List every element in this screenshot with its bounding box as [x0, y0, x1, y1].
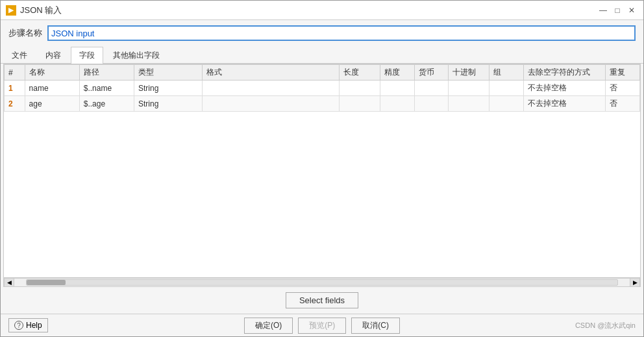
tab-fields[interactable]: 字段 [71, 47, 103, 64]
fields-table-container[interactable]: # 名称 路径 类型 格式 长度 精度 货币 十进制 组 去除空字符的方式 重复… [3, 64, 641, 278]
cell-length [339, 96, 380, 112]
col-header-trim: 去除空字符的方式 [523, 65, 605, 81]
footer-left: ? Help [8, 318, 48, 332]
title-bar: ▶ JSON 输入 — □ ✕ [1, 1, 643, 20]
table-header-row: # 名称 路径 类型 格式 长度 精度 货币 十进制 组 去除空字符的方式 重复 [5, 65, 640, 81]
select-fields-button[interactable]: Select fields [286, 292, 358, 308]
step-name-row: 步骤名称 [1, 20, 643, 46]
app-icon: ▶ [6, 5, 16, 16]
col-header-decimal: 十进制 [449, 65, 489, 81]
cell-length [339, 81, 380, 96]
tab-file[interactable]: 文件 [3, 47, 36, 64]
cell-name: name [25, 81, 79, 96]
table-row[interactable]: 2age$..ageString不去掉空格否 [5, 96, 640, 112]
col-header-type: 类型 [134, 65, 202, 81]
scroll-left-arrow[interactable]: ◀ [4, 278, 14, 287]
step-name-label: 步骤名称 [8, 27, 42, 39]
cell-hash: 1 [5, 81, 25, 96]
cell-precision [380, 96, 414, 112]
cell-currency [414, 96, 449, 112]
maximize-button[interactable]: □ [611, 4, 624, 17]
col-header-repeat: 重复 [606, 65, 640, 81]
tab-content[interactable]: 内容 [37, 47, 69, 64]
cell-group [489, 81, 524, 96]
help-icon: ? [14, 321, 23, 330]
cell-path: $..name [79, 81, 134, 96]
footer: ? Help 确定(O) 预览(P) 取消(C) CSDN @流水武qin [1, 314, 643, 336]
col-header-group: 组 [489, 65, 524, 81]
cell-decimal [449, 96, 489, 112]
title-controls: — □ ✕ [597, 4, 638, 17]
col-header-path: 路径 [79, 65, 134, 81]
scroll-right-arrow[interactable]: ▶ [630, 278, 640, 287]
cell-repeat: 否 [606, 81, 640, 96]
cell-group [489, 96, 524, 112]
scroll-track[interactable] [26, 279, 618, 286]
confirm-button[interactable]: 确定(O) [244, 318, 293, 334]
cancel-button[interactable]: 取消(C) [351, 318, 400, 334]
col-header-hash: # [5, 65, 25, 81]
fields-table: # 名称 路径 类型 格式 长度 精度 货币 十进制 组 去除空字符的方式 重复… [4, 64, 640, 112]
col-header-precision: 精度 [380, 65, 414, 81]
col-header-length: 长度 [339, 65, 380, 81]
title-bar-left: ▶ JSON 输入 [6, 5, 62, 16]
preview-button[interactable]: 预览(P) [298, 318, 346, 334]
cell-name: age [25, 96, 79, 112]
close-button[interactable]: ✕ [625, 4, 638, 17]
cell-format [203, 81, 340, 96]
cell-hash: 2 [5, 96, 25, 112]
tabs-row: 文件 内容 字段 其他输出字段 [1, 46, 643, 64]
horizontal-scrollbar[interactable]: ◀ ▶ [3, 278, 641, 287]
help-button[interactable]: ? Help [8, 318, 48, 332]
cell-path: $..age [79, 96, 134, 112]
cell-format [203, 96, 340, 112]
table-body: 1name$..nameString不去掉空格否2age$..ageString… [5, 81, 640, 112]
scroll-thumb[interactable] [27, 280, 66, 285]
minimize-button[interactable]: — [597, 4, 610, 17]
col-header-currency: 货币 [414, 65, 449, 81]
table-row[interactable]: 1name$..nameString不去掉空格否 [5, 81, 640, 96]
cell-precision [380, 81, 414, 96]
cell-type: String [134, 96, 202, 112]
cell-type: String [134, 81, 202, 96]
col-header-name: 名称 [25, 65, 79, 81]
footer-center: 确定(O) 预览(P) 取消(C) [244, 318, 400, 334]
help-label: Help [26, 321, 42, 330]
select-fields-row: Select fields [1, 287, 643, 314]
cell-trim: 不去掉空格 [523, 81, 605, 96]
main-window: ▶ JSON 输入 — □ ✕ 步骤名称 文件 内容 字段 其他输出字段 [0, 0, 644, 337]
step-name-input[interactable] [47, 25, 636, 41]
watermark: CSDN @流水武qin [575, 321, 636, 331]
cell-trim: 不去掉空格 [523, 96, 605, 112]
window-title: JSON 输入 [20, 5, 62, 16]
cell-repeat: 否 [606, 96, 640, 112]
tab-other-output[interactable]: 其他输出字段 [105, 47, 168, 64]
cell-decimal [449, 81, 489, 96]
cell-currency [414, 81, 449, 96]
col-header-format: 格式 [203, 65, 340, 81]
